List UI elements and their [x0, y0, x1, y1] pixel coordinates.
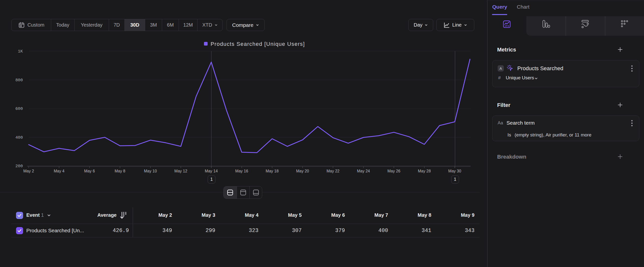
svg-text:May 28: May 28: [418, 169, 431, 173]
svg-text:May 20: May 20: [296, 169, 309, 173]
svg-text:600: 600: [15, 106, 23, 111]
svg-text:May 12: May 12: [174, 169, 188, 173]
svg-text:May 2: May 2: [23, 169, 34, 173]
svg-text:May 10: May 10: [144, 169, 157, 173]
svg-text:800: 800: [15, 78, 23, 83]
svg-text:May 22: May 22: [326, 169, 340, 173]
svg-text:May 6: May 6: [84, 169, 95, 173]
svg-text:200: 200: [15, 164, 23, 168]
svg-text:May 16: May 16: [235, 169, 248, 173]
svg-text:May 14: May 14: [205, 169, 218, 173]
svg-text:May 18: May 18: [266, 169, 279, 173]
svg-text:May 4: May 4: [54, 169, 64, 173]
svg-text:May 30: May 30: [448, 169, 461, 173]
svg-text:400: 400: [15, 135, 23, 140]
svg-text:May 24: May 24: [357, 169, 370, 173]
svg-text:May 8: May 8: [115, 169, 126, 173]
svg-text:May 26: May 26: [388, 169, 400, 173]
svg-text:1K: 1K: [18, 49, 23, 54]
